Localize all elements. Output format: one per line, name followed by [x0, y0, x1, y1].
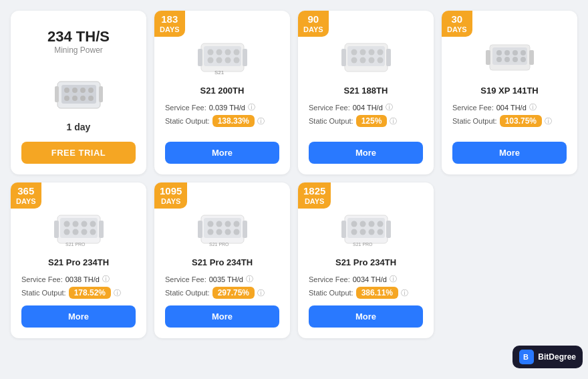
svg-text:S21 PRO: S21 PRO: [65, 242, 86, 247]
info-icon: ⓘ: [390, 274, 397, 284]
svg-point-34: [377, 57, 383, 63]
svg-point-79: [368, 221, 374, 227]
info-icon: ⓘ: [386, 102, 393, 112]
svg-rect-13: [204, 46, 241, 66]
svg-point-58: [90, 229, 96, 235]
svg-point-16: [225, 49, 231, 55]
svg-point-41: [512, 50, 518, 55]
output-badge: 125%: [356, 115, 388, 127]
svg-point-45: [512, 57, 518, 62]
static-output-row: Static Output: 297.75% ⓘ: [165, 287, 279, 299]
fee-value: 0038 TH/d: [65, 275, 100, 283]
card-s21-188th-90: 90 DAYS S21 188TH Service Fee: 004 T: [298, 11, 434, 174]
svg-point-66: [225, 221, 231, 227]
svg-point-29: [368, 49, 374, 55]
more-button[interactable]: More: [21, 305, 136, 328]
card-name: S21 Pro 234TH: [192, 257, 253, 267]
bitdegree-badge: B BitDegree: [512, 346, 583, 368]
service-fee-row: Service Fee: 0035 TH/d ⓘ: [165, 274, 279, 284]
static-output-row: Static Output: 178.52% ⓘ: [21, 287, 136, 299]
info-icon: ⓘ: [390, 116, 397, 126]
svg-point-71: [233, 229, 239, 235]
card-s21pro-234th-1095: 1095 DAYS S21 PRO S21 Pro 234TH Se: [154, 182, 290, 338]
svg-point-8: [80, 96, 86, 101]
svg-point-31: [351, 57, 357, 63]
svg-rect-50: [60, 218, 98, 238]
svg-rect-60: [99, 221, 104, 238]
static-output-row: Static Output: 103.75% ⓘ: [452, 115, 567, 127]
more-button[interactable]: More: [452, 142, 567, 164]
svg-point-64: [207, 221, 213, 227]
svg-point-3: [72, 88, 78, 93]
svg-point-84: [377, 229, 383, 235]
svg-point-56: [72, 229, 78, 235]
svg-point-33: [368, 57, 374, 63]
svg-rect-47: [486, 50, 490, 65]
fee-value: 0035 TH/d: [209, 275, 243, 283]
svg-rect-38: [492, 47, 527, 65]
svg-point-18: [207, 57, 213, 63]
more-button[interactable]: More: [165, 142, 279, 164]
service-fee-row: Service Fee: 0.039 TH/d ⓘ: [165, 102, 279, 112]
output-badge: 103.75%: [500, 115, 542, 127]
static-output-row: Static Output: 386.11% ⓘ: [309, 287, 423, 299]
output-badge: 297.75%: [212, 287, 255, 299]
svg-point-42: [521, 50, 526, 55]
svg-point-15: [216, 49, 222, 55]
svg-point-44: [504, 57, 510, 62]
free-trial-button[interactable]: FREE TRIAL: [21, 142, 136, 164]
more-button[interactable]: More: [165, 305, 279, 328]
svg-rect-35: [341, 49, 346, 66]
svg-rect-73: [243, 221, 247, 238]
bitdegree-logo: B: [519, 350, 534, 364]
svg-point-54: [90, 221, 96, 227]
card-name: S21 Pro 234TH: [335, 257, 396, 267]
card-s21pro-234th-1825: 1825 DAYS S21 PRO S21 Pro 234TH Se: [298, 182, 434, 338]
card-s21pro-234th-365: 365 DAYS S21 PRO S21 Pro 234TH Ser: [11, 182, 146, 338]
miner-image: [52, 70, 106, 116]
svg-point-55: [63, 229, 69, 235]
hash-rate: 234 TH/S: [47, 28, 110, 45]
info-icon: ⓘ: [545, 116, 552, 126]
more-button[interactable]: More: [309, 305, 423, 328]
svg-point-67: [233, 221, 239, 227]
miner-image: S21 PRO: [196, 205, 249, 252]
service-fee-row: Service Fee: 0034 TH/d ⓘ: [309, 274, 423, 284]
fee-value: 0034 TH/d: [353, 275, 387, 283]
miner-image: [483, 33, 537, 80]
card-s19xp-141th-30: 30 DAYS S19 XP 141TH Service Fee: 00: [442, 11, 577, 174]
fee-value: 004 TH/d: [496, 104, 527, 112]
svg-point-27: [351, 49, 357, 55]
svg-point-80: [377, 221, 383, 227]
output-badge: 178.52%: [69, 287, 111, 299]
mining-power-label: Mining Power: [54, 45, 103, 55]
svg-point-77: [351, 221, 357, 227]
card-name: S21 188TH: [344, 86, 388, 96]
svg-rect-48: [529, 50, 534, 65]
svg-text:S21 PRO: S21 PRO: [209, 242, 229, 247]
svg-point-81: [351, 229, 357, 235]
miner-image: S21 PRO: [339, 205, 393, 252]
svg-point-78: [359, 221, 365, 227]
svg-point-70: [225, 229, 231, 235]
svg-point-57: [81, 229, 87, 235]
card-name: S19 XP 141TH: [480, 86, 538, 96]
period-label: 1 day: [67, 122, 91, 132]
card-s21-200th-183: 183 DAYS S21 S21 200TH Service Fee: [154, 11, 290, 174]
days-badge: 90 DAYS: [298, 11, 329, 37]
svg-point-6: [64, 96, 69, 101]
svg-point-46: [521, 57, 526, 62]
days-badge: 1095 DAYS: [154, 182, 187, 209]
days-badge: 365 DAYS: [11, 182, 41, 209]
svg-rect-11: [99, 86, 103, 102]
card-name: S21 Pro 234TH: [48, 257, 109, 267]
svg-rect-10: [55, 86, 59, 102]
svg-point-82: [359, 229, 365, 235]
output-badge: 138.33%: [212, 115, 255, 127]
svg-point-53: [81, 221, 87, 227]
svg-point-17: [233, 49, 239, 55]
more-button[interactable]: More: [309, 142, 423, 164]
card-name: S21 200TH: [200, 86, 245, 96]
svg-rect-36: [386, 49, 391, 66]
svg-point-43: [496, 57, 502, 62]
